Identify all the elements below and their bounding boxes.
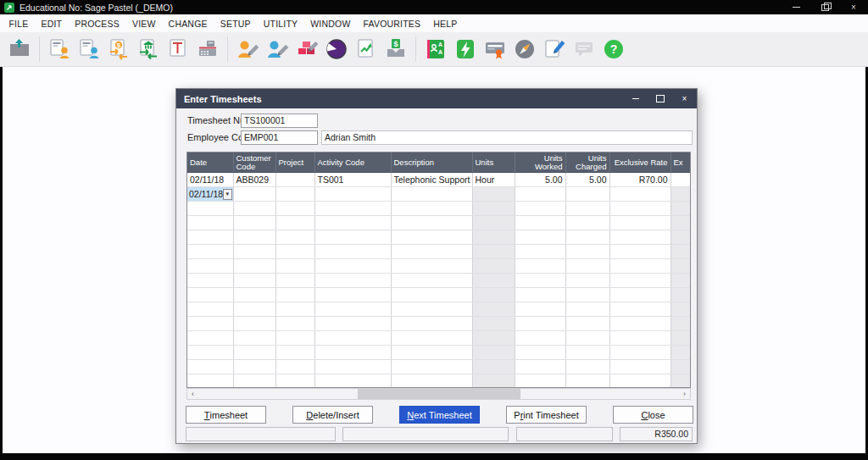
grid-cell[interactable] bbox=[275, 259, 314, 274]
grid-cell[interactable]: Hour bbox=[472, 173, 515, 187]
grid-cell[interactable] bbox=[515, 187, 565, 202]
grid-cell[interactable] bbox=[670, 346, 690, 360]
column-header[interactable]: Activity Code bbox=[314, 152, 391, 173]
grid-cell[interactable] bbox=[275, 302, 314, 317]
date-dropdown-icon[interactable]: ▼ bbox=[223, 189, 231, 200]
grid-cell[interactable] bbox=[472, 216, 515, 230]
grid-cell[interactable] bbox=[391, 302, 472, 317]
menu-file[interactable]: FILE bbox=[3, 19, 35, 29]
grid-cell[interactable] bbox=[670, 274, 690, 288]
grid-cell[interactable] bbox=[472, 331, 515, 346]
grid-cell[interactable] bbox=[565, 288, 609, 302]
grid-cell[interactable] bbox=[314, 317, 391, 331]
grid-cell[interactable] bbox=[187, 245, 233, 259]
grid-cell[interactable] bbox=[515, 288, 565, 302]
menu-favourites[interactable]: FAVOURITES bbox=[357, 19, 427, 29]
bank-transfer-icon[interactable] bbox=[136, 37, 160, 61]
grid-cell[interactable] bbox=[314, 274, 391, 288]
contacts-icon[interactable]: AA bbox=[424, 37, 448, 61]
grid-cell[interactable] bbox=[565, 202, 609, 216]
grid-cell[interactable] bbox=[187, 360, 233, 374]
grid-cell[interactable] bbox=[515, 259, 565, 274]
grid-cell[interactable] bbox=[314, 288, 391, 302]
grid-cell[interactable] bbox=[275, 245, 314, 259]
grid-cell[interactable] bbox=[609, 288, 670, 302]
grid-cell[interactable] bbox=[609, 187, 670, 202]
grid-cell[interactable] bbox=[670, 288, 690, 302]
grid-cell[interactable] bbox=[275, 374, 314, 389]
scrollbar-thumb[interactable] bbox=[358, 389, 520, 399]
grid-cell[interactable] bbox=[391, 346, 472, 360]
grid-cell[interactable] bbox=[565, 259, 609, 274]
menu-edit[interactable]: EDIT bbox=[35, 19, 69, 29]
grid-cell[interactable] bbox=[515, 317, 565, 331]
grid-cell[interactable] bbox=[314, 259, 391, 274]
grid-cell[interactable] bbox=[515, 274, 565, 288]
grid-cell[interactable] bbox=[275, 173, 314, 187]
grid-cell[interactable] bbox=[609, 259, 670, 274]
grid-cell[interactable] bbox=[233, 346, 275, 360]
grid-cell[interactable] bbox=[233, 302, 275, 317]
grid-cell[interactable] bbox=[275, 202, 314, 216]
column-header[interactable]: Units Worked bbox=[515, 152, 565, 173]
grid-cell[interactable] bbox=[515, 202, 565, 216]
grid-cell[interactable] bbox=[670, 317, 690, 331]
grid-cell[interactable] bbox=[515, 374, 565, 389]
grid-cell[interactable]: R70.00 bbox=[609, 173, 670, 187]
horizontal-scrollbar[interactable]: ‹ › bbox=[186, 388, 691, 400]
grid-cell[interactable] bbox=[187, 202, 233, 216]
grid-cell[interactable] bbox=[233, 317, 275, 331]
column-header[interactable]: Customer Code bbox=[233, 152, 275, 173]
grid-cell[interactable] bbox=[472, 346, 515, 360]
grid-cell[interactable] bbox=[275, 331, 314, 346]
edit-customer-icon[interactable] bbox=[236, 37, 259, 61]
grid-cell[interactable] bbox=[565, 374, 609, 389]
column-header[interactable]: Ex bbox=[670, 152, 690, 173]
grid-cell[interactable] bbox=[187, 230, 233, 245]
grid-cell[interactable] bbox=[670, 331, 690, 346]
grid-cell[interactable] bbox=[187, 259, 233, 274]
grid-cell[interactable] bbox=[515, 346, 565, 360]
scroll-left-icon[interactable]: ‹ bbox=[187, 389, 198, 399]
menu-window[interactable]: WINDOW bbox=[304, 19, 357, 29]
column-header[interactable]: Units bbox=[472, 152, 515, 173]
date-edit-cell[interactable]: 02/11/18▼ bbox=[187, 187, 233, 202]
certificate-icon[interactable] bbox=[483, 37, 507, 61]
grid-cell[interactable] bbox=[187, 317, 233, 331]
chat-icon[interactable] bbox=[572, 37, 596, 61]
grid-cell[interactable] bbox=[670, 230, 690, 245]
navigator-icon[interactable] bbox=[513, 37, 537, 61]
grid-cell[interactable] bbox=[275, 230, 314, 245]
grid-cell[interactable] bbox=[515, 216, 565, 230]
grid-cell[interactable] bbox=[515, 230, 565, 245]
grid-cell[interactable] bbox=[565, 230, 609, 245]
grid-cell[interactable] bbox=[233, 288, 275, 302]
grid-cell[interactable] bbox=[391, 216, 472, 230]
grid-cell[interactable] bbox=[609, 230, 670, 245]
grid-cell[interactable] bbox=[391, 259, 472, 274]
grid-cell[interactable]: 02/11/18 bbox=[187, 173, 233, 187]
grid-cell[interactable] bbox=[275, 216, 314, 230]
grid-cell[interactable] bbox=[233, 331, 275, 346]
grid-cell[interactable] bbox=[565, 346, 609, 360]
grid-cell[interactable] bbox=[233, 374, 275, 389]
grid-cell[interactable] bbox=[275, 288, 314, 302]
column-header[interactable]: Description bbox=[391, 152, 472, 173]
grid-cell[interactable] bbox=[187, 274, 233, 288]
grid-cell[interactable] bbox=[233, 216, 275, 230]
print-timesheet-button[interactable]: Print Timesheet bbox=[506, 406, 587, 424]
column-header[interactable]: Project bbox=[275, 152, 314, 173]
grid-cell[interactable] bbox=[233, 259, 275, 274]
grid-cell[interactable] bbox=[187, 216, 233, 230]
grid-cell[interactable] bbox=[609, 346, 670, 360]
grid-cell[interactable] bbox=[565, 317, 609, 331]
report-graph-icon[interactable] bbox=[354, 37, 378, 61]
grid-cell[interactable] bbox=[391, 360, 472, 374]
grid-cell[interactable] bbox=[187, 346, 233, 360]
grid-cell[interactable] bbox=[314, 245, 391, 259]
grid-cell[interactable] bbox=[609, 317, 670, 331]
grid-cell[interactable] bbox=[472, 360, 515, 374]
grid-cell[interactable] bbox=[314, 230, 391, 245]
grid-cell[interactable] bbox=[472, 274, 515, 288]
grid-cell[interactable] bbox=[472, 259, 515, 274]
